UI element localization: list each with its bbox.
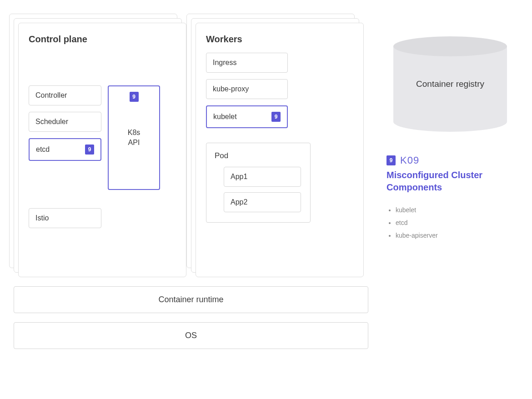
- ingress-box: Ingress: [206, 53, 288, 73]
- ingress-label: Ingress: [213, 59, 236, 67]
- app2-label: App2: [231, 198, 247, 206]
- pod-title: Pod: [215, 151, 302, 160]
- scheduler-label: Scheduler: [35, 118, 68, 126]
- control-plane-title: Control plane: [29, 34, 176, 45]
- control-plane-card: Control plane Controller Scheduler etcd …: [18, 23, 186, 277]
- workers-card: Workers Ingress kube-proxy kubelet 9 Pod…: [196, 23, 364, 277]
- istio-label: Istio: [35, 214, 49, 222]
- os-box: OS: [14, 322, 368, 349]
- etcd-label: etcd: [36, 145, 50, 154]
- workers-title: Workers: [206, 34, 353, 45]
- info-bullet: kubelet: [396, 204, 514, 216]
- info-bullet: kube-apiserver: [396, 229, 514, 242]
- workers-stack: Workers Ingress kube-proxy kubelet 9 Pod…: [196, 23, 364, 277]
- app1-box: App1: [224, 167, 301, 187]
- info-title: Misconfigured Cluster Components: [386, 169, 514, 194]
- k8s-api-box: 9 K8s API: [108, 85, 160, 190]
- info-bullet-list: kubelet etcd kube-apiserver: [386, 204, 514, 242]
- kube-proxy-label: kube-proxy: [213, 85, 249, 93]
- kubelet-badge: 9: [271, 112, 281, 122]
- info-panel: 9 K09 Misconfigured Cluster Components k…: [386, 155, 514, 242]
- os-label: OS: [185, 331, 197, 340]
- api-label: K8s API: [128, 128, 141, 148]
- kube-proxy-box: kube-proxy: [206, 79, 288, 99]
- container-runtime-label: Container runtime: [158, 295, 223, 304]
- kubelet-label: kubelet: [213, 113, 237, 121]
- info-badge: 9: [386, 155, 396, 165]
- pod-box: Pod App1 App2: [206, 143, 311, 223]
- etcd-box: etcd 9: [29, 138, 101, 161]
- controller-box: Controller: [29, 85, 101, 105]
- control-plane-stack: Control plane Controller Scheduler etcd …: [18, 23, 186, 277]
- k8s-architecture-diagram: Control plane Controller Scheduler etcd …: [18, 23, 514, 349]
- scheduler-box: Scheduler: [29, 112, 101, 132]
- istio-box: Istio: [29, 208, 101, 228]
- kubelet-box: kubelet 9: [206, 105, 288, 128]
- container-registry-cylinder: Container registry: [393, 36, 507, 132]
- info-code: K09: [400, 155, 419, 166]
- app2-box: App2: [224, 192, 301, 212]
- info-bullet: etcd: [396, 216, 514, 229]
- right-column: Container registry 9 K09 Misconfigured C…: [386, 23, 514, 242]
- app1-label: App1: [231, 173, 247, 181]
- top-row: Control plane Controller Scheduler etcd …: [18, 23, 368, 277]
- left-column: Control plane Controller Scheduler etcd …: [18, 23, 368, 349]
- etcd-badge: 9: [85, 145, 94, 155]
- container-registry-label: Container registry: [416, 79, 484, 89]
- controller-label: Controller: [35, 91, 67, 100]
- api-badge: 9: [130, 92, 139, 102]
- container-runtime-box: Container runtime: [14, 286, 368, 313]
